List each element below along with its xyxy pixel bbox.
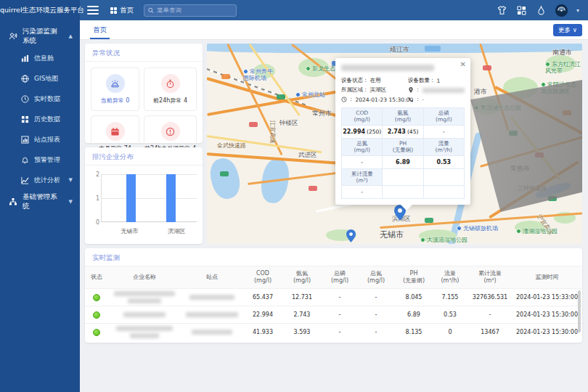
breadcrumb[interactable]: 首页 (110, 6, 134, 15)
popup-col-unit: (mg/l) (395, 116, 412, 123)
bar-binhu[interactable] (166, 174, 176, 222)
chevron-up-icon: ▲ (69, 33, 73, 39)
status-dot-green (93, 311, 100, 319)
flame-icon[interactable] (536, 5, 547, 16)
close-icon[interactable]: ✕ (460, 61, 466, 68)
popup-value: - (443, 128, 445, 135)
park-poi-icon (306, 66, 311, 71)
popup-col-unit: (m³/h) (436, 147, 452, 153)
airport-poi-icon (243, 69, 248, 74)
sidebar-section-base-management[interactable]: 基础管理系统 ▼ (0, 190, 80, 213)
more-button[interactable]: 更多 ∨ (553, 24, 582, 36)
popup-time: 2024-01-23 15:30:00 (356, 97, 414, 103)
table-header-row: 状态 企业名称 站点 COD(mg/l) 氨氮(mg/l) 总磷(mg/l) 总… (85, 266, 582, 288)
y-tick: 1 (91, 195, 99, 202)
popup-col-unit: (mg/l) (354, 147, 370, 153)
device-count-value: 1 (437, 78, 441, 84)
user-menu-chevron-icon[interactable]: ▾ (576, 7, 579, 14)
total-flow-value: - (467, 306, 513, 323)
sidebar-item-info-cabin[interactable]: 信息舱 (0, 48, 80, 68)
map-label-city: 常州市 (312, 109, 332, 118)
popup-title-redacted (341, 65, 434, 71)
menu-search[interactable] (144, 4, 237, 17)
table-row[interactable]: 65.437 12.731 - - 8.045 7.155 327636.531… (85, 288, 582, 306)
popup-col-unit: (mg/l) (436, 116, 452, 123)
map-label-poi: 东方红滨江 风光带 (545, 61, 581, 74)
nh3-value: 3.593 (282, 324, 322, 340)
map-label-poi: 无锡硕放机场 (463, 225, 498, 232)
popup-col-header: PH (399, 140, 407, 147)
phone-icon (408, 97, 414, 102)
report-chart-icon (20, 135, 29, 144)
clock-icon (20, 94, 29, 103)
map-label-district: 钟楼区 (279, 119, 298, 128)
sidebar-item-label: 统计分析 (34, 176, 60, 185)
search-input[interactable] (157, 7, 232, 14)
sidebar-item-gis-map[interactable]: GIS地图 (0, 68, 80, 89)
flow-value: 7.155 (433, 289, 467, 306)
enterprise-distribution-panel: 排污企业分布 2 1 0 无锡市 滨湖区 (85, 147, 203, 244)
map-pin[interactable] (346, 229, 356, 242)
table-scrollbar[interactable] (578, 290, 581, 332)
gis-map[interactable]: 靖江市 南通市 港市 常州市 钟楼区 武进区 无锡市 滨湖区 常熟市 金武快速路… (207, 44, 582, 244)
table-row[interactable]: 41.933 3.593 - - 8.135 0 13467 2024-01-2… (85, 323, 582, 340)
bar-wuxi[interactable] (126, 174, 136, 222)
panel-title: 排污企业分布 (85, 147, 203, 166)
layout-icon[interactable] (516, 5, 527, 16)
popup-value-limit: (45) (407, 128, 418, 135)
map-label-poi: 大溪港湿地公园 (427, 237, 467, 243)
region-value: 滨湖区 (370, 86, 387, 94)
tp-value: - (322, 289, 358, 306)
sidebar-item-statistics[interactable]: 统计分析 ▼ (0, 170, 80, 190)
ph-value: 8.045 (394, 289, 433, 306)
monitor-time: 2024-01-23 15:30:00 (513, 306, 581, 323)
device-status-value: 在用 (370, 77, 381, 84)
user-avatar[interactable] (555, 4, 568, 17)
status-dot-green (93, 329, 100, 336)
menu-toggle-icon[interactable] (87, 6, 99, 15)
line-chart-icon (20, 176, 29, 184)
popup-data-table: COD(mg/l) 氨氮(mg/l) 总磷(mg/l) 22.994(250) … (341, 107, 465, 199)
chevron-down-icon: ▼ (69, 177, 73, 183)
theme-skin-icon[interactable] (497, 5, 507, 16)
location-pin-icon (408, 87, 414, 93)
popup-value: 2.743 (388, 128, 406, 135)
device-count-label: 设备数量： (408, 77, 436, 84)
top-bar: Squirrel生态环境云服务平台 首页 ▾ (0, 0, 588, 20)
enterprise-name-redacted (108, 306, 181, 323)
panel-title: 异常状况 (85, 44, 203, 62)
cod-value: 65.437 (243, 289, 282, 306)
status-card-current-abnormal[interactable]: 当前异常 0 (91, 68, 139, 111)
total-flow-value: 13467 (467, 324, 513, 340)
nh3-value: 12.731 (282, 289, 322, 306)
tp-value: - (322, 324, 358, 340)
flow-value: 0 (433, 324, 467, 340)
status-card-24h-abnormal[interactable]: 前24h异常 4 (144, 68, 197, 111)
table-row[interactable]: 22.994 2.743 - - 6.89 0.53 - 2024-01-23 … (85, 306, 582, 323)
popup-value: 22.994 (343, 128, 365, 135)
popup-col-header: 氨氮 (397, 110, 408, 116)
station-redacted (181, 324, 243, 340)
ph-value: 6.89 (394, 306, 433, 323)
popup-phone: · (422, 97, 424, 103)
enterprise-name-redacted (108, 289, 181, 306)
sidebar-section-label: 基础管理系统 (23, 192, 64, 211)
monitor-time: 2024-01-23 15:33:00 (513, 289, 581, 306)
map-popup: ✕ 设备状态：在用 设备数量：1 所属区域：滨湖区 ： ：2024-01-23 … (335, 58, 470, 205)
clock-icon (341, 97, 347, 102)
monitor-system-icon (9, 32, 17, 41)
popup-value-limit: (250) (367, 128, 381, 135)
sidebar-item-realtime-data[interactable]: 实时数据 (0, 89, 80, 109)
calendar-icon (106, 122, 125, 141)
cod-value: 41.933 (243, 324, 282, 340)
station-poi-icon (295, 92, 301, 97)
sidebar-item-alert-management[interactable]: 预警管理 (0, 150, 80, 170)
sidebar-item-label: 信息舱 (34, 54, 54, 63)
river-label (425, 46, 441, 52)
tn-value: - (358, 306, 394, 323)
sidebar-item-station-report[interactable]: 站点报表 (0, 129, 80, 150)
app-logo: Squirrel生态环境云服务平台 (0, 0, 80, 20)
sidebar-item-history-data[interactable]: 历史数据 (0, 109, 80, 129)
sidebar-section-pollution-monitoring[interactable]: 污染源监测系统 ▲ (0, 25, 80, 48)
tab-home[interactable]: 首页 (90, 20, 110, 39)
